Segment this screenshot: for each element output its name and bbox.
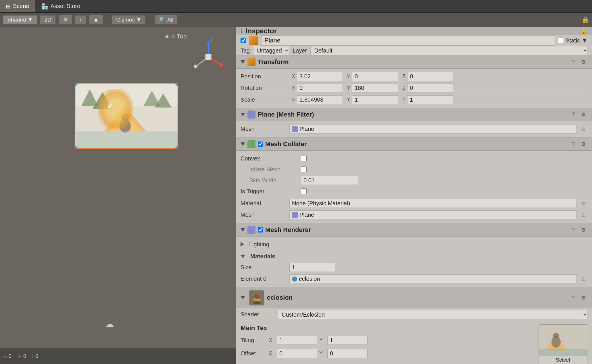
message-icon: ℹ: [32, 353, 34, 360]
position-z-input[interactable]: [407, 72, 453, 81]
rotation-xyz: X Y Z: [289, 84, 587, 92]
select-btn-label: Select: [556, 357, 570, 363]
gizmos-btn[interactable]: Gizmos ▼: [112, 15, 146, 24]
fx-btn[interactable]: ▣: [89, 15, 103, 24]
svg-point-24: [255, 295, 259, 299]
rotation-y-input[interactable]: [352, 84, 398, 92]
svg-text:X: X: [222, 63, 225, 69]
offset-y-input[interactable]: [327, 349, 368, 358]
transform-header[interactable]: Transform ? ⚙: [236, 55, 592, 69]
tag-dropdown[interactable]: Untagged: [253, 46, 289, 55]
tab-asset-store[interactable]: 🏪 Asset Store: [35, 0, 86, 12]
transform-toggle-icon: [241, 60, 245, 64]
mesh-filter-toggle: [241, 113, 245, 116]
top-label-text: < Top: [171, 33, 187, 40]
layer-label: Layer: [293, 47, 307, 54]
mesh-collider-header[interactable]: Mesh Collider ? ⚙: [236, 138, 592, 151]
position-y-input[interactable]: [352, 72, 398, 81]
eclosion-gear-btn[interactable]: ⚙: [579, 294, 587, 301]
mesh-filter-circle-btn[interactable]: ⊙: [580, 126, 587, 132]
mesh-filter-mesh-value: Plane: [289, 125, 577, 133]
toolbar-sep-1: [107, 16, 107, 24]
main-tex-preview[interactable]: Select: [539, 324, 587, 364]
rotation-z-input[interactable]: [407, 84, 453, 92]
error-icon: ⊗: [3, 353, 7, 360]
element0-circle-btn[interactable]: ⊙: [580, 276, 587, 282]
mesh-renderer-tools: ? ⚙: [570, 226, 587, 234]
shaded-label: Shaded: [7, 17, 26, 23]
shader-dropdown[interactable]: Custom/Eclosion: [278, 310, 587, 319]
scale-x-input[interactable]: [297, 95, 343, 104]
collider-mesh-circle-btn[interactable]: ⊙: [580, 212, 587, 218]
mesh-collider-enabled[interactable]: [258, 142, 263, 147]
transform-gear-btn[interactable]: ⚙: [579, 58, 587, 66]
lighting-btn[interactable]: ☀: [59, 15, 72, 24]
mesh-collider-help-btn[interactable]: ?: [570, 140, 576, 148]
inflate-mesh-checkbox[interactable]: [301, 166, 307, 172]
position-x-input[interactable]: [297, 72, 343, 81]
mesh-collider-title: Mesh Collider: [265, 140, 307, 148]
rot-x-label: X: [289, 85, 295, 91]
lighting-toggle: [241, 242, 244, 247]
tiling-y-input[interactable]: [327, 336, 368, 345]
scale-y-input[interactable]: [352, 95, 398, 104]
mesh-renderer-enabled[interactable]: [258, 227, 263, 233]
layer-dropdown[interactable]: Default: [310, 46, 587, 55]
mesh-renderer-header[interactable]: Mesh Renderer ? ⚙: [236, 223, 592, 237]
gizmo-widget[interactable]: Z X: [190, 38, 227, 76]
status-errors: ⊗ 0: [3, 353, 11, 360]
mesh-collider-toggle: [241, 142, 245, 146]
collider-mesh-text: Plane: [299, 212, 314, 218]
tab-scene[interactable]: ⊞ Scene: [0, 0, 35, 12]
transform-help-btn[interactable]: ?: [570, 58, 576, 65]
static-dropdown-arrow[interactable]: ▼: [582, 37, 587, 44]
search-btn[interactable]: 🔍 All: [155, 15, 178, 24]
mesh-filter-gear-btn[interactable]: ⚙: [579, 111, 587, 118]
select-btn[interactable]: Select: [539, 356, 587, 364]
svg-marker-1: [207, 40, 210, 44]
mesh-collider-gear-btn[interactable]: ⚙: [579, 140, 587, 148]
collider-mesh-label: Mesh: [241, 212, 287, 218]
collider-material-circle-btn[interactable]: ⊙: [580, 200, 587, 207]
materials-size-input[interactable]: [289, 263, 335, 272]
inspector-title: Inspector: [246, 27, 277, 35]
inspector-toolbar-right: 🔒: [580, 28, 587, 34]
corner-handle-br[interactable]: [175, 146, 178, 149]
dropdown-arrow: ▼: [28, 17, 33, 23]
warning-count: 0: [23, 353, 26, 359]
element0-icon: [292, 276, 297, 282]
collider-mesh-row: Mesh Plane ⊙: [241, 209, 587, 221]
materials-header-row[interactable]: Materials: [241, 251, 587, 262]
mesh-renderer-help-btn[interactable]: ?: [570, 226, 576, 233]
skin-width-input[interactable]: [301, 176, 358, 185]
shaded-btn[interactable]: Shaded ▼: [3, 15, 37, 24]
eclosion-help-btn[interactable]: ?: [570, 294, 576, 301]
lock-inspector-icon[interactable]: 🔒: [580, 28, 587, 34]
object-name-row: Static ▼: [236, 35, 592, 46]
2d-btn[interactable]: 2D: [40, 15, 55, 24]
object-enabled-checkbox[interactable]: [241, 38, 246, 43]
rotation-x-input[interactable]: [297, 84, 343, 92]
convex-checkbox[interactable]: [301, 156, 307, 161]
object-name-input[interactable]: [261, 35, 555, 46]
svg-rect-30: [539, 325, 588, 356]
mesh-renderer-gear-btn[interactable]: ⚙: [579, 226, 587, 234]
light-gizmo[interactable]: ✳: [106, 102, 113, 111]
shader-row: Shader Custom/Eclosion: [236, 308, 592, 321]
search-icon: 🔍: [159, 16, 166, 23]
offset-x-input[interactable]: [277, 349, 317, 358]
scale-z-input[interactable]: [407, 95, 453, 104]
inspector-header: ℹ Inspector 🔒: [236, 27, 592, 35]
mesh-filter-header[interactable]: Plane (Mesh Filter) ? ⚙: [236, 108, 592, 121]
scene-viewport[interactable]: Z X ◄ < Top: [0, 27, 236, 364]
status-messages: ℹ 0: [32, 353, 38, 360]
scene-toolbar: Shaded ▼ 2D ☀ ♪ ▣ Gizmos ▼ 🔍 All 🔒: [0, 13, 592, 27]
is-trigger-checkbox[interactable]: [301, 188, 307, 194]
audio-btn[interactable]: ♪: [75, 15, 87, 24]
mesh-icon: [292, 126, 298, 132]
mesh-filter-help-btn[interactable]: ?: [570, 111, 576, 118]
lighting-row[interactable]: Lighting: [241, 239, 587, 250]
static-checkbox[interactable]: [558, 38, 564, 43]
tiling-x-input[interactable]: [277, 336, 317, 345]
scene-plane-object[interactable]: [75, 83, 178, 149]
